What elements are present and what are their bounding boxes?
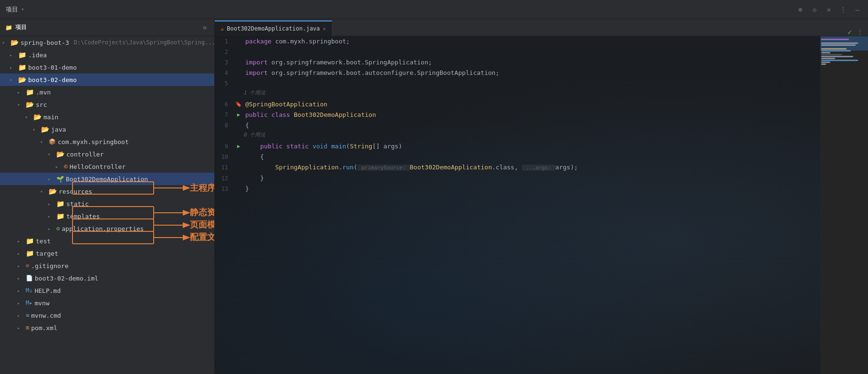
tree-icon-Boot302DemoApplication: 🌱	[56, 176, 64, 183]
tree-arrow-idea: ▸	[10, 52, 16, 58]
gutter-9[interactable]: ▶	[234, 141, 243, 152]
sidebar-item-test[interactable]: ▸📁test	[0, 235, 214, 247]
tree-arrow-mvn: ▸	[17, 90, 24, 95]
gutter-5	[234, 78, 243, 89]
tree-arrow-src: ▾	[17, 102, 24, 107]
tree-arrow-mvnw: ▸	[17, 301, 24, 306]
sidebar-item-spring-boot-3[interactable]: ▾📂spring-boot-3D:\CodeProjects\Java\Spri…	[0, 36, 214, 49]
tree-label-application.properties: application.properties	[62, 225, 144, 232]
tree-arrow-mvnw.cmd: ▸	[17, 313, 24, 318]
sidebar-item-mvnw[interactable]: ▸M▸mvnw	[0, 297, 214, 309]
sidebar-item-target[interactable]: ▸📁target	[0, 247, 214, 260]
tree-arrow-java: ▾	[32, 127, 39, 132]
tree-arrow-application.properties: ▸	[48, 226, 54, 231]
sidebar-item-mvn[interactable]: ▸📁.mvn	[0, 86, 214, 98]
minimap	[820, 36, 868, 374]
sidebar-item-main[interactable]: ▾📂main	[0, 111, 214, 123]
sidebar-item-controller[interactable]: ▾📂controller	[0, 148, 214, 160]
tree-icon-mvnw: M▸	[26, 300, 32, 306]
sidebar-folder-icon: 📁	[5, 24, 12, 31]
line-number-12: 12	[215, 173, 234, 184]
editor-more-icon[interactable]: ⋮	[857, 28, 863, 36]
tree-icon-mvnw.cmd: ≡	[26, 312, 29, 319]
sidebar-item-templates[interactable]: ▸📁templates	[0, 210, 214, 222]
tab-close-icon[interactable]: ✕	[323, 26, 326, 32]
tree-label-static: static	[66, 200, 89, 208]
code-line-5: 5	[215, 78, 868, 89]
sidebar-content: ▾📂spring-boot-3D:\CodeProjects\Java\Spri…	[0, 36, 214, 374]
gutter-10	[234, 152, 243, 162]
sidebar-item-.gitignore[interactable]: ▸⊘.gitignore	[0, 260, 214, 272]
minimize-icon[interactable]: —	[853, 5, 862, 14]
sidebar-header-icons: ⚙	[200, 23, 209, 32]
gutter-8	[234, 120, 243, 131]
tree-arrow-com.myxh.springboot: ▾	[40, 139, 47, 145]
project-chevron[interactable]: ▾	[21, 6, 24, 12]
tree-icon-com.myxh.springboot: 📦	[49, 138, 56, 145]
sidebar-item-resources[interactable]: ▾📂resources	[0, 185, 214, 197]
tree-label-boot3-01-demo: boot3-01-demo	[28, 64, 77, 71]
line-number-2: 2	[215, 47, 234, 57]
code-line-12: 12 }	[215, 173, 868, 184]
line-content-7: public class Boot302DemoApplication	[243, 110, 868, 120]
tree-arrow-resources: ▾	[40, 189, 47, 194]
sidebar-item-application.properties[interactable]: ▸⚙application.properties	[0, 222, 214, 235]
sidebar-item-boot3-02-demo[interactable]: ▾📂boot3-02-demo	[0, 73, 214, 86]
gutter-6[interactable]: 🔖	[234, 99, 243, 110]
minimap-line-11	[821, 60, 858, 61]
sidebar-item-HelloController[interactable]: ▸©HelloController	[0, 160, 214, 173]
sidebar-item-static[interactable]: ▸📁static	[0, 197, 214, 210]
more-options-icon[interactable]: ⋮	[838, 5, 848, 14]
usage-hint: 1 个用法	[215, 89, 265, 99]
sidebar-item-com.myxh.springboot[interactable]: ▾📦com.myxh.springboot	[0, 135, 214, 148]
gutter-7[interactable]: ▶	[234, 110, 243, 120]
tree-icon-boot3-02-demo: 📂	[18, 76, 26, 83]
sidebar-item-java[interactable]: ▾📂java	[0, 123, 214, 135]
sidebar-settings-icon[interactable]: ⚙	[200, 23, 209, 32]
line-content-1: package com.myxh.springboot;	[243, 36, 868, 47]
minimap-line-6	[821, 50, 851, 52]
sidebar-item-Boot302DemoApplication[interactable]: ▸🌱Boot302DemoApplication	[0, 173, 214, 185]
tree-label-HelloController: HelloController	[70, 163, 125, 170]
globe-icon[interactable]: ⊕	[795, 5, 805, 14]
editor-tab-boot302[interactable]: ☕ Boot302DemoApplication.java ✕	[215, 21, 332, 36]
close-icon[interactable]: ✕	[824, 5, 834, 14]
code-line-0个用法: 0 个用法	[215, 131, 868, 141]
sidebar-item-idea[interactable]: ▸📁.idea	[0, 49, 214, 61]
tree-arrow-target: ▸	[17, 251, 24, 256]
minimap-line-0	[821, 39, 849, 40]
main-layout: 📁 项目 ⚙ ▾📂spring-boot-3D:\CodeProjects\Ja…	[0, 19, 868, 374]
line-number-1: 1	[215, 36, 234, 47]
sidebar-header: 📁 项目 ⚙	[0, 19, 214, 36]
title-bar-icons: ⊕ ◇ ✕ ⋮ —	[795, 5, 862, 14]
line-content-6: @SpringBootApplication	[243, 99, 868, 110]
usage-hint: 0 个用法	[215, 131, 265, 141]
tree-arrow-pom.xml: ▸	[17, 325, 24, 331]
title-bar: 项目 ▾ ⊕ ◇ ✕ ⋮ —	[0, 0, 868, 19]
sidebar-item-boot3-02-demo.iml[interactable]: ▸📄boot3-02-demo.iml	[0, 272, 214, 284]
code-line-6: 6🔖@SpringBootApplication	[215, 99, 868, 110]
minimap-line-12	[821, 62, 830, 63]
sidebar: 📁 项目 ⚙ ▾📂spring-boot-3D:\CodeProjects\Ja…	[0, 19, 215, 374]
sidebar-item-HELP.md[interactable]: ▸M↓HELP.md	[0, 284, 214, 297]
sidebar-item-boot3-01-demo[interactable]: ▸📁boot3-01-demo	[0, 61, 214, 73]
diamond-icon[interactable]: ◇	[810, 5, 819, 14]
tree-arrow-static: ▸	[48, 201, 54, 207]
tree-label-Boot302DemoApplication: Boot302DemoApplication	[66, 176, 148, 183]
code-line-8: 8{	[215, 120, 868, 131]
tree-label-com.myxh.springboot: com.myxh.springboot	[58, 138, 129, 145]
tree-icon-target: 📁	[26, 249, 34, 257]
minimap-line-5	[821, 48, 847, 50]
annotation-templates: 页面模板	[190, 219, 215, 230]
tree-icon-.gitignore: ⊘	[26, 262, 29, 269]
sidebar-item-src[interactable]: ▾📂src	[0, 98, 214, 111]
code-editor[interactable]: 1package com.myxh.springboot;23import or…	[215, 36, 868, 374]
editor-check-icon: ✓	[848, 28, 852, 36]
tree-arrow-HELP.md: ▸	[17, 288, 24, 293]
tree-icon-spring-boot-3: 📂	[10, 39, 19, 46]
sidebar-item-mvnw.cmd[interactable]: ▸≡mvnw.cmd	[0, 309, 214, 322]
editor-content-wrap: 1package com.myxh.springboot;23import or…	[215, 36, 868, 374]
code-line-4: 4import org.springframework.boot.autocon…	[215, 68, 868, 78]
project-label[interactable]: 项目	[6, 5, 18, 14]
sidebar-item-pom.xml[interactable]: ▸mpom.xml	[0, 322, 214, 334]
